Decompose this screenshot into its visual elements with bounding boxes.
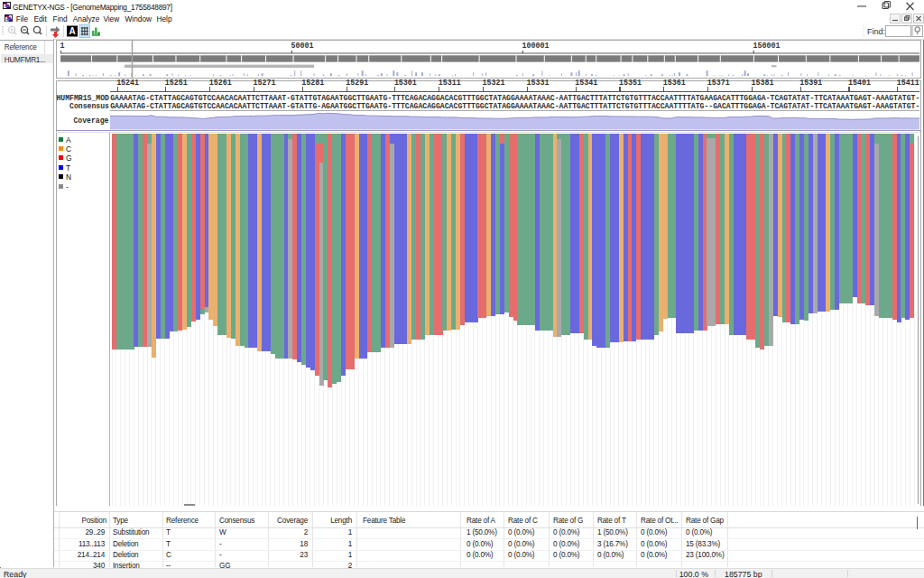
svg-text:Find:: Find: <box>867 27 885 36</box>
svg-text:A: A <box>69 26 75 36</box>
